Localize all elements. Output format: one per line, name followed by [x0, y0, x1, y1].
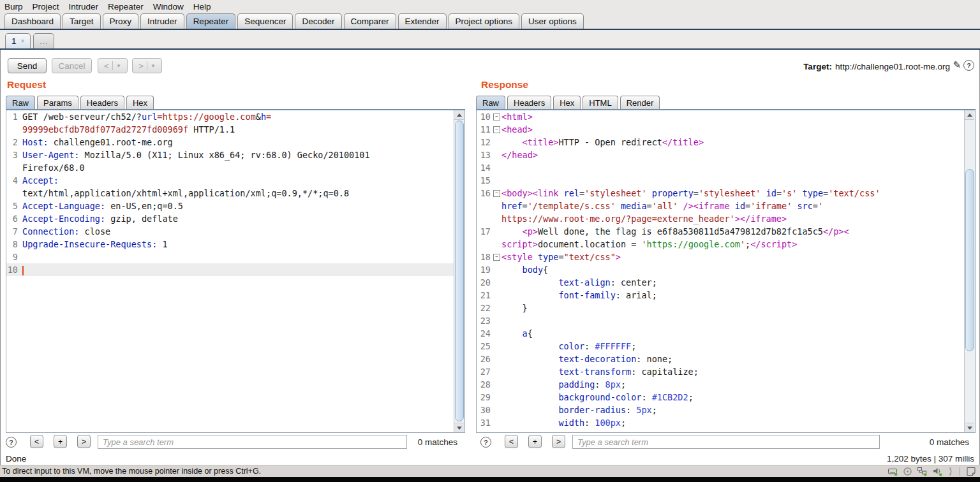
request-tab-raw[interactable]: Raw	[6, 96, 35, 110]
code-line: 29 background-color: #1CB2D2;	[477, 391, 975, 404]
request-tab-headers[interactable]: Headers	[80, 96, 124, 110]
fold-icon[interactable]: −	[493, 190, 500, 197]
menu-intruder[interactable]: Intruder	[69, 2, 99, 11]
scroll-up-icon[interactable]	[965, 110, 974, 120]
cancel-button[interactable]: Cancel	[52, 58, 92, 73]
line-number: 21	[477, 289, 491, 302]
request-tab-hex[interactable]: Hex	[126, 96, 154, 110]
burp-suite-window: BurpProjectIntruderRepeaterWindowHelp Da…	[0, 0, 980, 482]
line-number: 31	[477, 416, 491, 429]
scroll-down-icon[interactable]	[454, 423, 464, 432]
request-scrollbar[interactable]	[454, 110, 464, 432]
search-next-button[interactable]: >	[77, 435, 91, 448]
response-tab-headers[interactable]: Headers	[507, 96, 551, 110]
help-icon[interactable]: ?	[963, 60, 974, 71]
help-icon[interactable]: ?	[6, 437, 17, 448]
code-text: width: 100px;	[501, 416, 626, 429]
tab-extender[interactable]: Extender	[398, 13, 447, 29]
code-segment: <title>	[523, 137, 559, 147]
previous-request-button[interactable]: < ▼	[98, 58, 128, 73]
fold-column	[492, 391, 501, 404]
request-tab-list: RawParamsHeadersHex	[6, 96, 156, 110]
search-options-button[interactable]: +	[54, 435, 67, 448]
tab-comparer[interactable]: Comparer	[344, 13, 396, 29]
audio-icon[interactable]	[932, 467, 943, 476]
tab-dashboard[interactable]: Dashboard	[4, 13, 61, 29]
request-tab-params[interactable]: Params	[37, 96, 78, 110]
menu-repeater[interactable]: Repeater	[108, 2, 144, 11]
line-number: 11	[477, 123, 491, 136]
code-segment: :	[584, 418, 595, 428]
tab-user-options[interactable]: User options	[521, 13, 584, 29]
edit-target-icon[interactable]: ✎	[953, 59, 961, 71]
repeater-tab-1[interactable]: 1×	[5, 33, 31, 48]
menu-help[interactable]: Help	[193, 2, 211, 11]
fold-icon[interactable]: −	[493, 254, 500, 261]
notes-icon[interactable]	[966, 467, 976, 476]
search-next-button[interactable]: >	[552, 435, 565, 448]
response-scroll-thumb[interactable]	[965, 169, 974, 351]
code-segment: : arial;	[616, 290, 657, 300]
response-code: 10−<html>11−<head>12 <title>HTTP - Open …	[477, 110, 975, 429]
line-number: 15	[477, 174, 491, 187]
cd-icon[interactable]	[903, 467, 912, 476]
response-tab-hex[interactable]: Hex	[553, 96, 581, 110]
next-request-button[interactable]: > ▼	[132, 58, 162, 73]
code-line: 25 color: #FFFFFF;	[477, 340, 975, 353]
send-button[interactable]: Send	[8, 58, 47, 73]
code-line: 11−<head>	[477, 123, 975, 136]
fold-icon[interactable]: −	[493, 113, 500, 120]
code-line: 24 a{	[477, 327, 975, 340]
tab-repeater[interactable]: Repeater	[186, 13, 236, 29]
line-number: 1	[6, 110, 18, 123]
code-segment: Upgrade-Insecure-Requests:	[22, 239, 157, 249]
scroll-down-icon[interactable]	[965, 423, 974, 432]
menu-burp[interactable]: Burp	[4, 2, 23, 11]
search-prev-button[interactable]: <	[505, 435, 518, 448]
usb-icon[interactable]	[947, 467, 954, 476]
request-search-input[interactable]	[98, 435, 407, 449]
response-scrollbar[interactable]	[964, 110, 975, 432]
tab-sequencer[interactable]: Sequencer	[237, 13, 293, 29]
network-icon[interactable]	[917, 467, 928, 476]
menu-window[interactable]: Window	[153, 2, 184, 11]
tab-target[interactable]: Target	[63, 13, 101, 29]
code-line: 26 text-decoration: none;	[477, 353, 975, 365]
response-search-input[interactable]	[572, 435, 880, 449]
response-tab-raw[interactable]: Raw	[476, 96, 505, 110]
fold-column	[492, 161, 501, 174]
fold-icon[interactable]: −	[493, 126, 500, 133]
help-icon[interactable]: ?	[480, 437, 491, 448]
code-segment: 's'	[782, 188, 797, 198]
code-segment: "text/css"	[564, 252, 616, 262]
tab-project-options[interactable]: Project options	[449, 13, 519, 29]
tab-decoder[interactable]: Decoder	[295, 13, 341, 29]
request-scroll-thumb[interactable]	[455, 120, 464, 421]
code-segment: background-color	[558, 392, 641, 402]
search-options-button[interactable]: +	[528, 435, 542, 448]
response-tab-render[interactable]: Render	[620, 96, 660, 110]
scroll-up-icon[interactable]	[454, 110, 464, 120]
response-editor[interactable]: 10−<html>11−<head>12 <title>HTTP - Open …	[476, 110, 976, 433]
tab-intruder[interactable]: Intruder	[140, 13, 184, 29]
response-tab-html[interactable]: HTML	[583, 96, 618, 110]
code-segment: ;	[745, 239, 750, 249]
tab-proxy[interactable]: Proxy	[103, 13, 139, 29]
code-segment: &	[256, 112, 261, 122]
code-segment: : none;	[636, 354, 672, 364]
code-segment	[501, 418, 558, 428]
response-match-count: 0 matches	[919, 437, 969, 447]
code-segment	[501, 405, 558, 415]
code-segment: src	[797, 201, 812, 211]
search-prev-button[interactable]: <	[30, 435, 43, 448]
vm-status-text: To direct input to this VM, move the mou…	[2, 467, 261, 476]
request-editor[interactable]: 1GET /web-serveur/ch52/?url=https://goog…	[6, 110, 465, 433]
menu-project[interactable]: Project	[33, 2, 59, 11]
line-number: 3	[6, 149, 18, 161]
repeater-tab-[interactable]: ...	[33, 33, 54, 48]
code-line: 12 <title>HTTP - Open redirect</title>	[477, 136, 975, 149]
code-segment: text-decoration	[558, 354, 636, 364]
line-number: 4	[6, 174, 18, 187]
hdd-icon[interactable]	[887, 467, 898, 476]
close-icon[interactable]: ×	[21, 38, 25, 45]
